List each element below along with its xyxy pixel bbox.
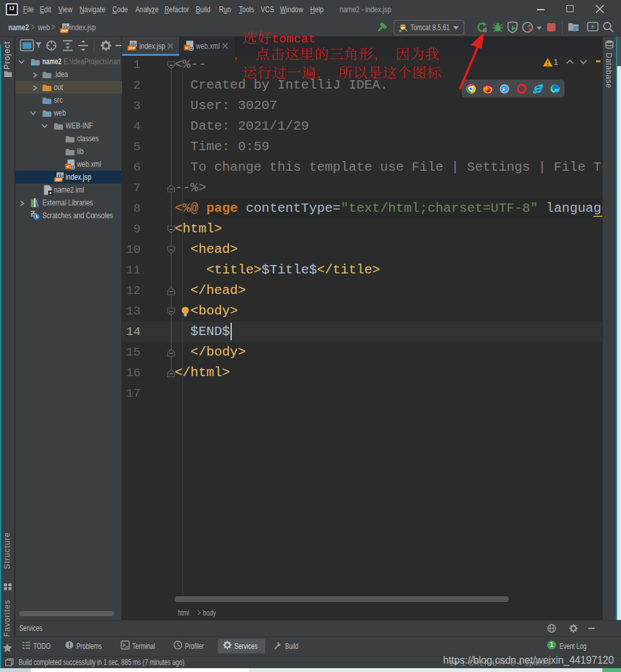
svg-text:<: < [67,164,70,169]
svg-text:JSP: JSP [55,177,62,182]
svg-text:JSP: JSP [60,28,68,33]
svg-text:<: < [186,45,189,51]
svg-text:JSP: JSP [128,46,136,50]
